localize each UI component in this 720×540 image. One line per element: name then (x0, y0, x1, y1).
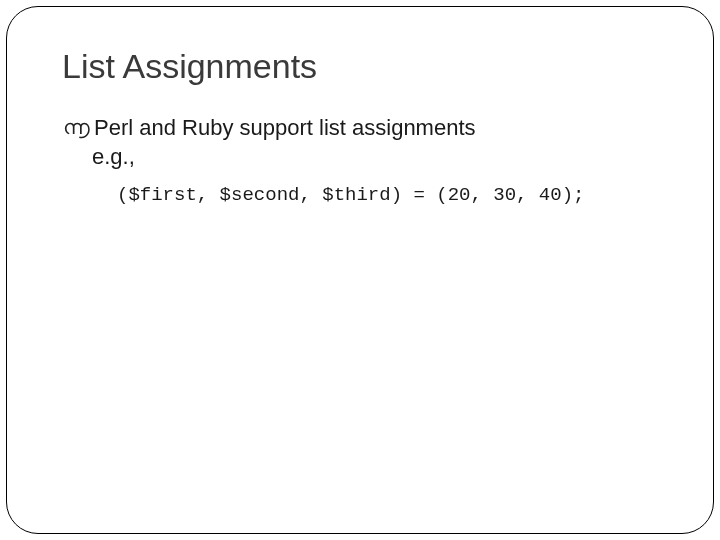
code-line: ($first, $second, $third) = (20, 30, 40)… (117, 184, 658, 206)
slide-title: List Assignments (62, 47, 658, 86)
bullet-item: ൬ Perl and Ruby support list assignments (64, 114, 658, 142)
bullet-text: Perl and Ruby support list assignments (94, 114, 476, 142)
example-label: e.g., (92, 144, 658, 170)
bullet-icon: ൬ (63, 113, 89, 141)
slide-frame: List Assignments ൬ Perl and Ruby support… (6, 6, 714, 534)
